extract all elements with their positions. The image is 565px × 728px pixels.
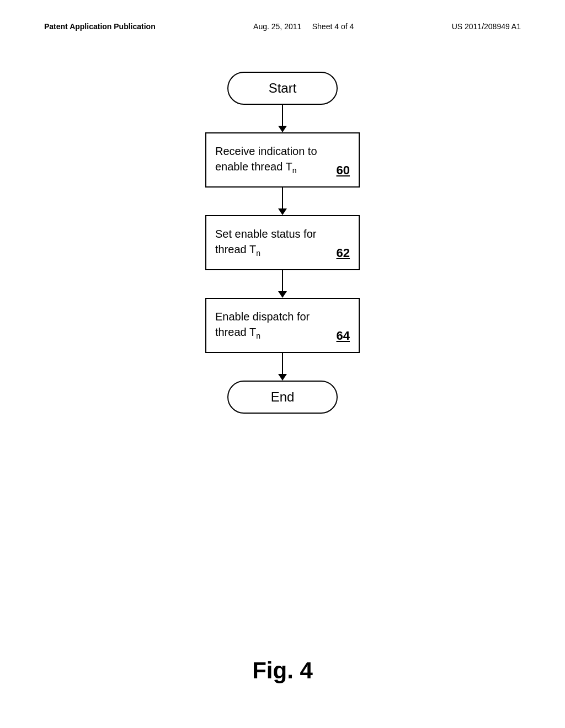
box-64-number: 64 (337, 329, 350, 345)
end-label: End (271, 389, 295, 405)
arrow-line-3 (282, 270, 284, 291)
publication-label: Patent Application Publication (44, 22, 156, 31)
arrow-3 (278, 270, 287, 298)
box-64-text: Enable dispatch for thread Tn (215, 309, 332, 342)
arrow-head-3 (278, 291, 287, 298)
process-box-64: Enable dispatch for thread Tn 64 (205, 298, 360, 353)
figure-label: Fig. 4 (252, 657, 313, 684)
box-60-number: 60 (337, 163, 350, 180)
start-box: Start (227, 72, 338, 105)
arrow-4 (278, 353, 287, 381)
start-label: Start (269, 81, 297, 96)
patent-number-label: US 2011/208949 A1 (452, 22, 521, 31)
date-sheet-label: Aug. 25, 2011 Sheet 4 of 4 (253, 22, 354, 31)
arrow-line-2 (282, 188, 284, 208)
arrow-2 (278, 188, 287, 215)
flowchart: Start Receive indication to enable threa… (205, 72, 360, 414)
box-62-text: Set enable status for thread Tn (215, 226, 332, 259)
arrow-line-4 (282, 353, 284, 374)
arrow-head-1 (278, 126, 287, 132)
end-box: End (227, 381, 338, 414)
box-60-text: Receive indication to enable thread Tn (215, 143, 332, 176)
arrow-head-4 (278, 374, 287, 381)
patent-page: Patent Application Publication Aug. 25, … (0, 0, 565, 728)
date-label: Aug. 25, 2011 (253, 22, 301, 31)
page-header: Patent Application Publication Aug. 25, … (0, 22, 565, 31)
process-box-62: Set enable status for thread Tn 62 (205, 215, 360, 270)
box-62-number: 62 (337, 246, 350, 263)
sheet-label: Sheet 4 of 4 (312, 22, 354, 31)
arrow-1 (278, 105, 287, 132)
arrow-line-1 (282, 105, 284, 126)
arrow-head-2 (278, 208, 287, 215)
process-box-60: Receive indication to enable thread Tn 6… (205, 132, 360, 188)
